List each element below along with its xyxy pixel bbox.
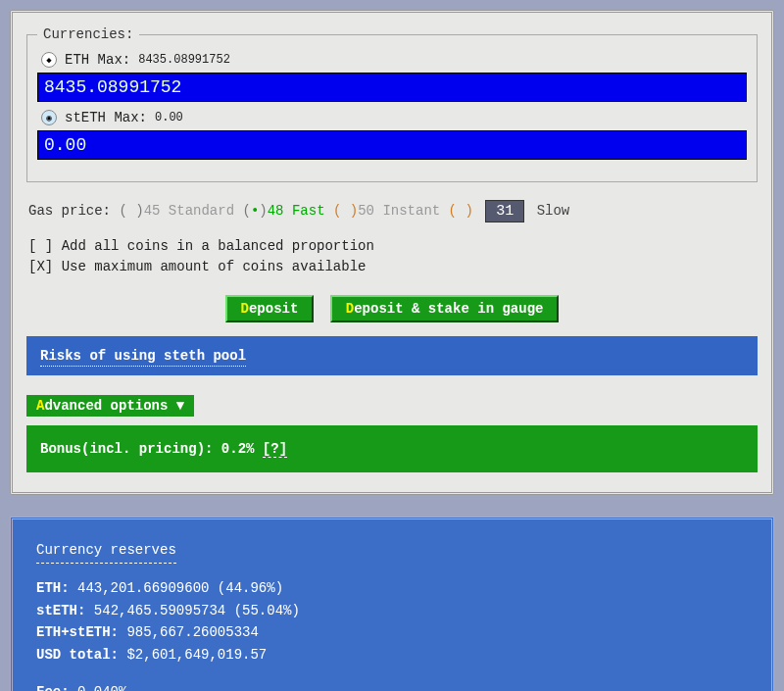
gas-instant-radio[interactable]: ( )50 Instant	[333, 203, 440, 219]
eth-max: 8435.08991752	[138, 53, 230, 67]
eth-row: ◆ ETH Max: 8435.08991752	[37, 52, 747, 102]
reserves-title: Currency reserves	[36, 539, 176, 564]
deposit-stake-button[interactable]: Deposit & stake in gauge	[330, 295, 560, 322]
advanced-panel: Bonus(incl. pricing): 0.2% [?]	[26, 425, 758, 472]
gas-slow-name: Slow	[537, 203, 570, 219]
usemax-checkbox[interactable]: [X] Use maximum amount of coins availabl…	[28, 257, 756, 277]
gas-slow-input[interactable]	[485, 200, 524, 222]
main-panel: Currencies: ◆ ETH Max: 8435.08991752 ◉ s…	[10, 10, 774, 495]
reserves-panel: Currency reserves ETH: 443,201.66909600 …	[10, 517, 774, 691]
steth-icon: ◉	[41, 110, 57, 125]
button-row: Deposit Deposit & stake in gauge	[26, 295, 758, 322]
currencies-legend: Currencies:	[37, 26, 139, 42]
steth-label: stETH Max:	[65, 110, 147, 125]
bonus-value: 0.2%	[221, 441, 255, 457]
deposit-button[interactable]: Deposit	[225, 295, 315, 322]
reserve-eth: ETH: 443,201.66909600 (44.96%)	[36, 577, 748, 599]
gas-label: Gas price:	[28, 203, 111, 219]
bonus-label: Bonus(incl. pricing):	[40, 441, 213, 457]
advanced-options-toggle[interactable]: Advanced options ▼	[26, 395, 194, 418]
reserve-usd: USD total: $2,601,649,019.57	[36, 644, 748, 666]
bonus-help-icon[interactable]: [?]	[263, 441, 287, 458]
gas-standard-radio[interactable]: ( )45 Standard	[119, 203, 234, 219]
risks-link[interactable]: Risks of using steth pool	[26, 336, 758, 375]
steth-input[interactable]	[37, 130, 747, 160]
steth-row: ◉ stETH Max: 0.00	[37, 110, 747, 160]
steth-label-line[interactable]: ◉ stETH Max: 0.00	[37, 110, 747, 125]
steth-max: 0.00	[155, 111, 183, 124]
reserve-fee: Fee: 0.040%	[36, 681, 748, 691]
gas-price-row: Gas price: ( )45 Standard (•)48 Fast ( )…	[28, 200, 756, 222]
eth-icon: ◆	[41, 52, 57, 68]
gas-fast-radio[interactable]: (•)48 Fast	[242, 203, 324, 219]
gas-slow-radio[interactable]: ( )	[449, 203, 473, 219]
reserve-sum: ETH+stETH: 985,667.26005334	[36, 621, 748, 643]
reserve-steth: stETH: 542,465.59095734 (55.04%)	[36, 600, 748, 621]
balanced-checkbox[interactable]: [ ] Add all coins in a balanced proporti…	[28, 236, 756, 257]
currencies-fieldset: Currencies: ◆ ETH Max: 8435.08991752 ◉ s…	[26, 26, 758, 182]
options-block: [ ] Add all coins in a balanced proporti…	[28, 236, 756, 277]
eth-label-line[interactable]: ◆ ETH Max: 8435.08991752	[37, 52, 747, 68]
eth-input[interactable]	[37, 73, 747, 102]
eth-label: ETH Max:	[65, 52, 130, 68]
